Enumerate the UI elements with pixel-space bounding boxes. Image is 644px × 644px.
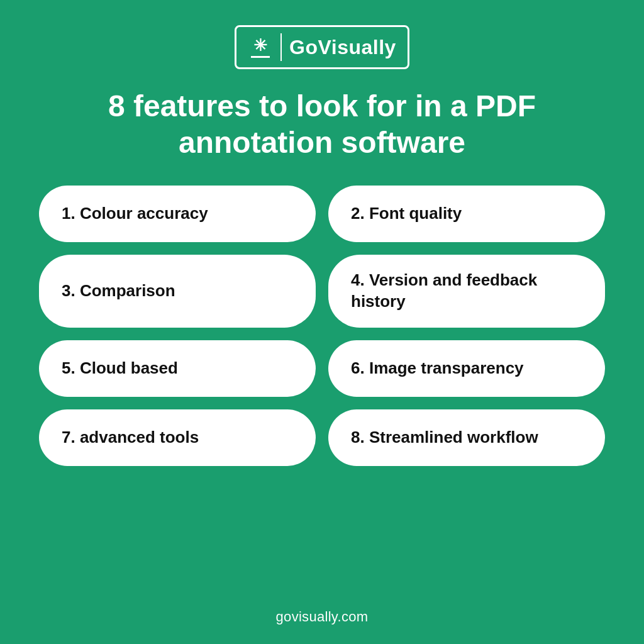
feature-card-4: 4. Version and feedback history xyxy=(328,255,605,328)
feature-card-2: 2. Font quality xyxy=(328,186,605,242)
main-title: 8 features to look for in a PDF annotati… xyxy=(38,88,606,160)
feature-label-7: 7. advanced tools xyxy=(62,427,199,448)
feature-card-1: 1. Colour accuracy xyxy=(39,186,316,242)
feature-card-7: 7. advanced tools xyxy=(39,409,316,466)
feature-label-2: 2. Font quality xyxy=(351,203,462,225)
page-container: ✳ GoVisually 8 features to look for in a… xyxy=(0,0,644,644)
features-grid: 1. Colour accuracy2. Font quality3. Comp… xyxy=(39,186,605,466)
website-url: govisually.com xyxy=(276,590,369,625)
logo-text: GoVisually xyxy=(289,36,396,59)
logo-underline xyxy=(251,56,270,58)
logo-divider xyxy=(280,33,282,61)
feature-label-6: 6. Image transparency xyxy=(351,358,524,379)
feature-label-3: 3. Comparison xyxy=(62,280,175,302)
feature-card-3: 3. Comparison xyxy=(39,255,316,328)
logo: ✳ GoVisually xyxy=(235,25,409,69)
feature-label-4: 4. Version and feedback history xyxy=(351,270,582,313)
feature-card-8: 8. Streamlined workflow xyxy=(328,409,605,466)
feature-label-5: 5. Cloud based xyxy=(62,358,178,379)
feature-card-6: 6. Image transparency xyxy=(328,340,605,397)
feature-card-5: 5. Cloud based xyxy=(39,340,316,397)
logo-icon: ✳ xyxy=(248,35,273,60)
feature-label-1: 1. Colour accuracy xyxy=(62,203,208,225)
feature-label-8: 8. Streamlined workflow xyxy=(351,427,538,448)
asterisk-icon: ✳ xyxy=(253,37,267,53)
